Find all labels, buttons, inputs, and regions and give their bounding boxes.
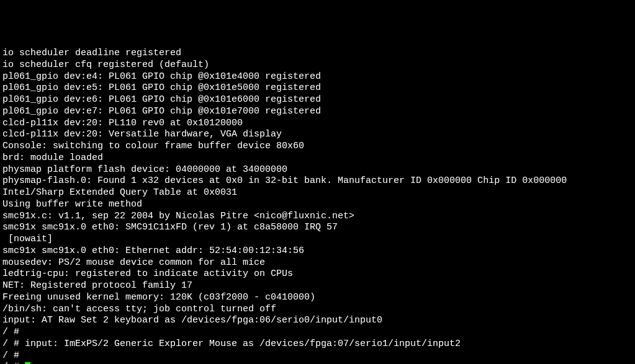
terminal-line: pl061_gpio dev:e4: PL061 GPIO chip @0x10…: [2, 71, 633, 83]
terminal-line: ledtrig-cpu: registered to indicate acti…: [2, 269, 633, 280]
terminal-line: clcd-pl11x dev:20: PL110 rev0 at 0x10120…: [2, 118, 633, 130]
terminal-line: Using buffer write method: [2, 199, 633, 211]
terminal-line: physmap-flash.0: Found 1 x32 devices at …: [2, 175, 633, 187]
terminal-line: pl061_gpio dev:e7: PL061 GPIO chip @0x10…: [2, 106, 633, 118]
terminal-line: io scheduler cfq registered (default): [2, 60, 633, 71]
terminal-line: pl061_gpio dev:e5: PL061 GPIO chip @0x10…: [2, 82, 633, 94]
terminal-line: Intel/Sharp Extended Query Table at 0x00…: [2, 187, 633, 199]
terminal-line: / #: [2, 350, 633, 362]
terminal-line: io scheduler deadline registered: [2, 48, 633, 60]
terminal-line: brd: module loaded: [2, 153, 633, 164]
terminal-line: Freeing unused kernel memory: 120K (c03f…: [2, 292, 633, 304]
terminal-line: / # input: ImExPS/2 Generic Explorer Mou…: [2, 339, 633, 350]
terminal-line: smc91x smc91x.0 eth0: Ethernet addr: 52:…: [2, 246, 633, 257]
terminal-line: / #: [2, 362, 633, 364]
terminal-line: mousedev: PS/2 mouse device common for a…: [2, 257, 633, 269]
terminal-line: /bin/sh: can't access tty; job control t…: [2, 304, 633, 316]
terminal-line: / #: [2, 327, 633, 339]
terminal-line: physmap platform flash device: 04000000 …: [2, 164, 633, 176]
terminal-line: smc91x.c: v1.1, sep 22 2004 by Nicolas P…: [2, 211, 633, 223]
terminal-output[interactable]: io scheduler deadline registeredio sched…: [2, 48, 633, 364]
terminal-line: clcd-pl11x dev:20: Versatile hardware, V…: [2, 129, 633, 141]
terminal-line: smc91x smc91x.0 eth0: SMC91C11xFD (rev 1…: [2, 222, 633, 234]
terminal-line: NET: Registered protocol family 17: [2, 280, 633, 292]
terminal-line: input: AT Raw Set 2 keyboard as /devices…: [2, 315, 633, 327]
terminal-line: [nowait]: [2, 234, 633, 246]
terminal-line: Console: switching to colour frame buffe…: [2, 141, 633, 153]
terminal-line: pl061_gpio dev:e6: PL061 GPIO chip @0x10…: [2, 94, 633, 106]
